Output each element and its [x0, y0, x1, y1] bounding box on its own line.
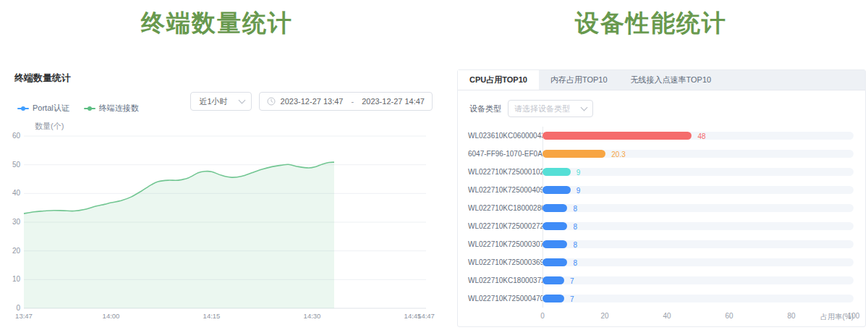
dashboard: 终端数量统计 终端数量统计 近1小时 2023-12-27 13:47 - 20…: [0, 0, 868, 330]
performance-tabs: CPU占用TOP10内存占用TOP10无线接入点速率TOP10: [458, 70, 865, 90]
x-tick-label: 40: [663, 312, 671, 320]
bar[interactable]: [542, 222, 567, 230]
bar-track: 8: [542, 204, 854, 212]
device-type-placeholder: 请选择设备类型: [514, 103, 570, 114]
date-range-separator: -: [348, 97, 357, 106]
bar[interactable]: [542, 150, 605, 158]
x-tick-label: 14:30: [304, 312, 321, 320]
bar-value: 20.3: [611, 150, 625, 158]
device-label: WL022710K725000307: [468, 240, 542, 248]
x-tick-label: 14:00: [103, 312, 120, 320]
y-tick-label: 50: [12, 161, 21, 169]
chart-controls: 近1小时 2023-12-27 13:47 - 2023-12-27 14:47: [190, 92, 433, 111]
y-tick-label: 40: [12, 189, 21, 197]
bar-row-5: WL022710K7250002728: [468, 217, 854, 235]
legend-marker-icon: [84, 108, 95, 109]
legend-dot-icon: [21, 106, 25, 111]
bar[interactable]: [542, 168, 571, 176]
bar-track: 9: [542, 168, 854, 176]
chart-legend: Portal认证终端连接数: [17, 103, 139, 114]
bar-track: 8: [542, 240, 854, 248]
bar-track: 8: [542, 222, 854, 230]
device-label: WL022710KC18000280: [468, 204, 542, 212]
bar[interactable]: [542, 132, 692, 140]
x-tick-label: 14:47: [417, 312, 435, 320]
bar[interactable]: [542, 240, 567, 248]
y-tick-label: 30: [12, 218, 21, 226]
x-tick-label: 14:15: [203, 312, 221, 320]
tab-wireless-ap-rate-top10[interactable]: 无线接入点速率TOP10: [619, 70, 723, 90]
x-tick-label: 20: [600, 312, 608, 320]
bar-value: 8: [573, 222, 577, 230]
device-label: WL022710KC18000372: [468, 276, 542, 284]
device-performance-card: CPU占用TOP10内存占用TOP10无线接入点速率TOP10 设备类型 请选择…: [457, 69, 866, 327]
device-type-filter: 设备类型 请选择设备类型: [469, 100, 865, 117]
date-range-end: 2023-12-27 14:47: [362, 97, 425, 106]
clock-icon: [267, 97, 276, 106]
legend-label: Portal认证: [33, 103, 69, 114]
date-range-start: 2023-12-27 13:47: [281, 97, 344, 106]
legend-item-0[interactable]: Portal认证: [17, 103, 69, 114]
device-label: WL022710K725000409: [468, 186, 542, 194]
bar[interactable]: [542, 295, 564, 302]
chevron-down-icon: [238, 97, 245, 104]
device-type-label: 设备类型: [469, 103, 501, 114]
bar-value: 8: [573, 240, 577, 248]
date-range-picker[interactable]: 2023-12-27 13:47 - 2023-12-27 14:47: [259, 92, 433, 111]
x-tick-label: 80: [787, 312, 795, 320]
bar-row-4: WL022710KC180002808: [468, 199, 854, 217]
time-range-select[interactable]: 近1小时: [190, 92, 251, 111]
bar-track: 8: [542, 258, 854, 266]
chevron-down-icon: [581, 104, 588, 111]
legend-marker-icon: [17, 108, 29, 109]
legend-item-1[interactable]: 终端连接数: [84, 103, 139, 114]
terminal-count-area-chart: 010203040506013:4714:0014:1514:3014:4514…: [0, 129, 434, 329]
bar-value: 8: [573, 204, 577, 212]
series-area: [24, 162, 334, 308]
device-label: WL022710K725000369: [468, 258, 542, 266]
time-range-value: 近1小时: [199, 96, 227, 107]
bar[interactable]: [542, 276, 564, 284]
bar-track: 7: [542, 276, 854, 284]
bar-value: 7: [570, 295, 574, 302]
bar-track: 7: [542, 295, 854, 302]
device-label: WL022710K725000102: [468, 168, 542, 176]
device-performance-panel: 设备性能统计 CPU占用TOP10内存占用TOP10无线接入点速率TOP10 设…: [434, 0, 868, 330]
x-tick-label: 0: [540, 312, 545, 320]
y-tick-label: 0: [16, 304, 20, 312]
bar-row-6: WL022710K7250003078: [468, 235, 854, 253]
tab-cpu-top10[interactable]: CPU占用TOP10: [458, 70, 539, 90]
y-tick-label: 20: [12, 247, 21, 255]
bar[interactable]: [542, 186, 571, 194]
bar-chart-x-axis: 020406080100: [542, 312, 854, 321]
bar-value: 7: [570, 276, 574, 284]
bar-row-9: WL022710K7250004707: [468, 289, 854, 308]
y-tick-label: 60: [12, 132, 21, 140]
bar[interactable]: [542, 258, 567, 266]
left-panel-header: 终端数量统计: [14, 72, 71, 85]
bar-value: 9: [576, 168, 581, 176]
x-tick-label: 13:47: [15, 312, 33, 320]
y-tick-label: 10: [12, 275, 21, 283]
bar-value: 48: [697, 132, 705, 140]
legend-label: 终端连接数: [99, 103, 139, 114]
bar-value: 8: [573, 258, 577, 266]
bar-row-1: 6047-FF96-1070-EF0A20.3: [468, 145, 854, 163]
bar-row-3: WL022710K7250004099: [468, 181, 854, 199]
bar-track: 48: [542, 132, 854, 140]
device-type-select[interactable]: 请选择设备类型: [508, 100, 593, 117]
left-section-title: 终端数量统计: [0, 7, 434, 40]
bar-row-8: WL022710KC180003727: [468, 271, 854, 289]
device-label: WL023610KC06000043: [468, 132, 542, 140]
bar-value: 9: [576, 186, 581, 194]
right-section-title: 设备性能统计: [434, 7, 868, 40]
tab-memory-top10[interactable]: 内存占用TOP10: [539, 70, 619, 90]
bar-row-7: WL022710K7250003698: [468, 253, 854, 271]
legend-dot-icon: [88, 106, 92, 111]
bar-track: 20.3: [542, 150, 854, 158]
bar[interactable]: [542, 204, 567, 212]
bar-row-2: WL022710K7250001029: [468, 163, 854, 181]
bar-row-0: WL023610KC0600004348: [468, 127, 854, 145]
bar-track: 9: [542, 186, 854, 194]
device-label: WL022710K725000272: [468, 222, 542, 230]
